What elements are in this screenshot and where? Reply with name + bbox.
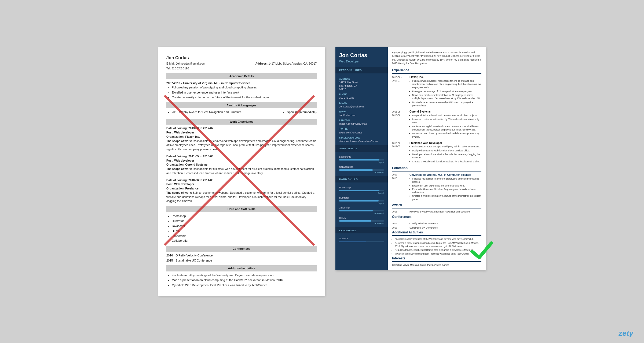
academic-entry: 2007-2010 - University of Virginia, M.S.… (166, 81, 317, 100)
conf-1: 2016 - O'Reilly Velocity Conference (166, 253, 317, 258)
skill-collab-level: Advanced (339, 171, 384, 174)
left-name: Jon Cortas (166, 55, 317, 61)
skill-3: Javascript (172, 224, 317, 228)
phone-label: Phone (339, 93, 384, 96)
activities-title: Additional Activities (392, 230, 481, 236)
awards-row: 2015 Webby Award for Best Navigation and… (166, 110, 317, 116)
skill-6: Collaboration (172, 238, 317, 243)
skill-collab-fill (339, 169, 373, 171)
award-title: Award (392, 203, 481, 208)
work-section-header: Work Experience (166, 119, 317, 125)
skill-4: HTML (172, 229, 317, 233)
skill-leadership-bar (339, 159, 384, 161)
resume-right: Jon Cortas Web Developer Personal Info A… (335, 47, 486, 271)
experience-title: Experience (392, 68, 481, 74)
right-sidebar: Jon Cortas Web Developer Personal Info A… (335, 47, 388, 271)
exp-entry-2: 2011-05 -2013-06 Corend Systems Responsi… (392, 110, 481, 139)
left-contact: E-Mail: Johncortas@gmail.com Address: 14… (166, 62, 317, 66)
interests-text: Collecting Vinyls, Mountain biking, Play… (392, 263, 481, 267)
linkedin-label: LinkedIn (339, 119, 384, 122)
work-entry-3: Date of Joining: 2010-06 to 2011-05 Post… (166, 178, 317, 204)
education-title: Education (392, 166, 481, 172)
academic-bullet-2: Excelled in user experience and user int… (172, 90, 317, 95)
skill-html-name: HTML (339, 216, 384, 220)
exp-company-2: Corend Systems (409, 110, 481, 114)
skill-photoshop-name: Photoshop (339, 186, 384, 189)
skill-illustrator-name: Illustrator (339, 196, 384, 200)
right-main-content: Eye-poppingly prolific, full stack web d… (388, 47, 486, 271)
exp-entry-3: 2010-06 -2011-05 Freelance Web Developer… (392, 141, 481, 164)
activities-list-left: Facilitate monthly meetings of the Webfi… (172, 273, 317, 288)
twitter-value: twitter.com/JonCortas (339, 131, 384, 135)
stackoverflow-value: stackoverflow.com/users/Jon-Cortas (339, 140, 384, 143)
skill-javascript-name: Javascript (339, 206, 384, 210)
edu-degree-1: University of Virginia, M.S. in Computer… (409, 173, 481, 177)
skills-section-header: Hard and Soft Skills (166, 206, 317, 212)
resume-left: Jon Cortas E-Mail: Johncortas@gmail.com … (158, 47, 325, 296)
linkedin-value: linkedin.com/in/JonCortas (339, 122, 384, 126)
skill-leadership-level: Expert (339, 161, 384, 164)
academic-bullets: Followed my passion of prototyping and c… (172, 85, 317, 100)
conf-2: 2015 - Sustainable UX Conference (166, 258, 317, 263)
personal-info-block: Address 1417 Libby StreetLos Angeles, CA… (335, 73, 388, 146)
activities-list-right: Facilitate monthly meetings of the Webfi… (395, 237, 481, 256)
sidebar-job-title: Web Developer (339, 59, 384, 64)
edu-entry-1: 2007 -2010 University of Virginia, M.S. … (392, 173, 481, 201)
conf-entry-2: 2015 Sustainable UX Conference (392, 226, 481, 229)
left-tel: Tel: 310-242-0196 (166, 66, 317, 71)
work-entry-2: Date of Joining: 2011-05 to 2013-06 Post… (166, 154, 317, 176)
hard-skills-block: Photoshop Expert Illustrator Expert Java… (335, 182, 388, 227)
language-item: Spanish (intermediate) (287, 110, 317, 114)
skill-leadership-fill (339, 159, 379, 161)
activity-1: Facilitate monthly meetings of the Webfi… (172, 273, 317, 278)
left-address: Address: 1417 Libby St Los Angeles, CA, … (255, 62, 317, 66)
skill-2: Illustrator (172, 219, 317, 223)
languages-block: Spanish (335, 233, 388, 245)
zety-logo: zety (619, 329, 633, 338)
skill-1: Photoshop (172, 214, 317, 218)
address-label: Address (339, 77, 384, 80)
activity-3: My article Web Development Best Practice… (172, 283, 317, 288)
skills-list: Photoshop Illustrator Javascript HTML Le… (172, 214, 317, 243)
skill-collab-bar (339, 169, 384, 171)
academic-section-header: Academic Details (166, 73, 317, 79)
conf-section-header: Conferences (166, 246, 317, 252)
work-entry-1: Date of Joining: 2013-06 to 2017-07 Post… (166, 126, 317, 152)
language-spanish-name: Spanish (339, 237, 384, 240)
activities-section-header: Additonal activities (166, 265, 317, 271)
address-value: 1417 Libby StreetLos Angeles, CA90117 (339, 81, 384, 91)
award-entry: 2015 Received a Webby Award for Best Nav… (392, 210, 481, 213)
academic-bullet-1: Followed my passion of prototyping and c… (172, 85, 317, 90)
email-label: E-mail (339, 101, 384, 105)
email-value: JonCortas@gmail.com (339, 105, 384, 109)
exp-entry-1: 2013-06 -2017-07 Flexor, Inc. Full stack… (392, 75, 481, 108)
stackoverflow-label: StackOverflow (339, 136, 384, 139)
www-value: JonCortas.com (339, 114, 384, 117)
academic-bullet-3: Created a weekly column on the future of… (172, 95, 317, 100)
twitter-label: Twitter (339, 127, 384, 131)
conferences-title: Conferences (392, 215, 481, 220)
personal-info-title: Personal Info (335, 67, 388, 73)
exp-company-1: Flexor, Inc. (409, 75, 481, 79)
awards-section-header: Awards & Languages (166, 102, 317, 109)
soft-skills-block: Leadership Expert Collaboration Advanced (335, 152, 388, 176)
phone-value: 310-242-0196 (339, 96, 384, 100)
skill-5: Leadership (172, 234, 317, 238)
languages-title: Languages (335, 227, 388, 234)
www-label: WWW (339, 110, 384, 113)
sidebar-name: Jon Cortas (339, 52, 384, 58)
exp-company-3: Freelance Web Developer (409, 141, 481, 145)
soft-skills-title: Soft Skills (335, 145, 388, 152)
sidebar-name-block: Jon Cortas Web Developer (335, 47, 388, 67)
activity-2: Made a presentation on cloud computing a… (172, 278, 317, 282)
award-item: 2015 Webby Award for Best Navigation and… (172, 110, 241, 114)
conf-entry-1: 2016 O'Reilly Velocity Conference (392, 222, 481, 225)
skill-collab-name: Collaboration (339, 165, 384, 169)
conf-list: 2016 - O'Reilly Velocity Conference 2015… (166, 253, 317, 263)
interests-title: Interests (392, 256, 481, 262)
left-email: E-Mail: Johncortas@gmail.com (166, 62, 205, 66)
hard-skills-title: Hard Skills (335, 176, 388, 182)
skill-leadership-name: Leadership (339, 155, 384, 159)
summary-text: Eye-poppingly prolific, full stack web d… (392, 51, 481, 65)
